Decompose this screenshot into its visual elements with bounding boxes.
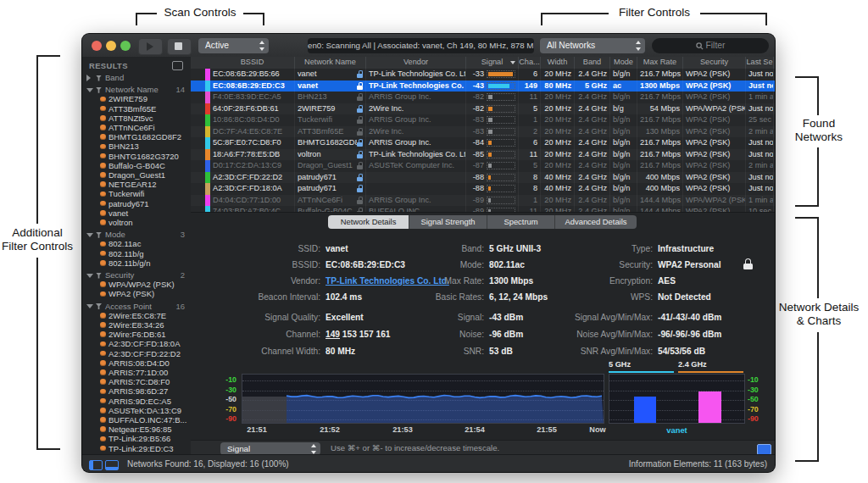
scan-stop-button[interactable] (167, 38, 192, 55)
sidebar-item[interactable]: TP-Link:29:B5:66 (82, 434, 191, 443)
table-row[interactable]: EC:08:6B:29:ED:C3vanetTP-Link Technologi… (191, 80, 775, 92)
sidebar-item[interactable]: NETGEAR12 (82, 180, 191, 189)
table-row[interactable]: EC:08:6B:29:B5:66vanetTP-Link Technologi… (191, 69, 775, 80)
filter-search-input[interactable]: Filter (652, 38, 769, 53)
column-header-4[interactable]: Cha... (519, 57, 541, 69)
sidebar-item[interactable]: patrudy671 (82, 199, 191, 208)
filter-funnel-icon (96, 303, 102, 309)
table-row[interactable]: F4:0E:83:9D:EC:A5BHN213ARRIS Group Inc.-… (191, 92, 775, 103)
sidebar-section-header[interactable]: Band (82, 73, 191, 82)
column-header-7[interactable]: Mode (610, 57, 637, 69)
network-name-cell: patrudy671 (295, 183, 366, 195)
sidebar-item[interactable]: A2:3D:CF:FD:18:0A (82, 339, 191, 348)
chart-metric-dropdown[interactable]: Signal (220, 442, 320, 455)
sidebar-item[interactable]: 802.11b/g (82, 249, 191, 258)
sidebar-item[interactable]: WPA/WPA2 (PSK) (82, 280, 191, 289)
table-row[interactable]: 10:86:8C:08:D4:D0TuckerwifiARRIS Group I… (191, 114, 775, 126)
column-header-label: Mode (614, 58, 633, 66)
sidebar-item[interactable]: Tuckerwifi (82, 189, 191, 198)
table-row[interactable]: 64:0F:28:F6:DB:612WIRE7592Wire Inc.-8252… (191, 103, 775, 115)
sidebar-item[interactable]: ATT3Bmf65E (82, 104, 191, 114)
sidebar-item[interactable]: vanet (82, 208, 191, 218)
sidebar-item[interactable]: 2Wire:E8:34:26 (82, 320, 191, 330)
table-row[interactable]: A2:3D:CF:FD:18:0Apatrudy671-88840 MHz2.4… (191, 183, 775, 195)
sidebar-item[interactable]: WPA2 (PSK) (82, 289, 191, 298)
scan-mode-dropdown[interactable]: Active (198, 38, 269, 53)
column-header-10[interactable]: Last Se (746, 57, 774, 69)
column-header-6[interactable]: Band (575, 57, 610, 69)
table-row[interactable]: A2:3D:CF:FD:22:D2patrudy671-88840 MHz2.4… (191, 172, 775, 184)
table-row[interactable]: D0:17:C2:DA:13:C9Dragon_Guest1ASUSTeK Co… (191, 160, 775, 172)
sidebar-item[interactable]: ARRIS:98:6D:27 (82, 386, 191, 396)
disclosure-triangle-icon[interactable] (86, 75, 91, 81)
last-seen-cell: 10 sec (746, 206, 774, 212)
tab-advanced-details[interactable]: Advanced Details (555, 215, 637, 229)
bssid-cell: 64:0F:28:F6:DB:61 (210, 103, 295, 115)
toggle-details-icon[interactable] (105, 460, 119, 470)
table-row[interactable]: D4:04:CD:77:1D:00ATTnNCe6FiARRIS Group I… (191, 195, 775, 207)
column-header-9[interactable]: Security (683, 57, 746, 69)
sidebar-item[interactable]: 2Wire:F6:DB:61 (82, 330, 191, 339)
sidebar-section-header[interactable]: Security2 (82, 270, 191, 280)
sidebar-item[interactable]: Dragon_Guest1 (82, 170, 191, 180)
sidebar-item[interactable]: BHNTG1682G3720 (82, 152, 191, 161)
width-cell: 20 MHz (541, 114, 575, 126)
detail-value: 102.4 ms (326, 289, 362, 305)
sidebar-item[interactable]: ARRIS:08:D4:D0 (82, 358, 191, 368)
sidebar-item[interactable]: 802.11b/g/n (82, 258, 191, 268)
table-row[interactable]: 18:A6:F7:78:E5:DBvoltronTP-Link Technolo… (191, 149, 775, 161)
table-row[interactable]: 5C:8F:E0:7C:D8:F0BHMTG1682GD8F2ARRIS Gro… (191, 137, 775, 149)
network-dot-icon (100, 379, 106, 385)
sidebar-item-label: BUFFALO.INC:47:B... (108, 415, 186, 425)
sidebar-item[interactable]: 2WIRE759 (82, 94, 191, 103)
x-tick-label: 21:53 (392, 425, 413, 434)
column-header-5[interactable]: Width (541, 57, 575, 69)
annotation-line: Networks (783, 130, 854, 144)
security-cell: WPA2 (PSK) (683, 137, 746, 149)
sidebar-item[interactable]: Buffalo-G-B04C (82, 161, 191, 170)
tab-network-details[interactable]: Network Details (328, 215, 409, 229)
sidebar-item[interactable]: Netgear:E5:96:85 (82, 425, 191, 434)
tab-spectrum[interactable]: Spectrum (487, 215, 555, 229)
disclosure-triangle-icon[interactable] (86, 88, 93, 92)
sidebar-item[interactable]: voltron (82, 218, 191, 227)
column-header-8[interactable]: Max Rate (637, 57, 683, 69)
sidebar-item[interactable]: BHN213 (82, 142, 191, 151)
column-header-2[interactable]: Vendor (366, 57, 466, 69)
table-row[interactable]: DC:7F:A4:E5:C8:7EATT3Bmf65E2Wire Inc.-83… (191, 126, 775, 138)
sidebar-item[interactable]: 2Wire:E5:C8:7E (82, 311, 191, 320)
zoom-button[interactable] (120, 41, 131, 51)
table-row[interactable]: 74:03:BD:A7:B0:4CBuffalo-G-B04CBUFFALO.I… (191, 206, 775, 212)
column-header-1[interactable]: Network Name (295, 57, 366, 69)
sidebar-item[interactable]: BHMTG1682GD8F2 (82, 132, 191, 142)
sidebar-item[interactable]: 802.11ac (82, 239, 191, 248)
sidebar-section-header[interactable]: Mode3 (82, 230, 191, 239)
vendor-cell: ARRIS Group Inc. (366, 114, 466, 126)
sidebar-item[interactable]: ATTnNCe6Fi (82, 123, 191, 132)
sidebar-section-header[interactable]: Network Name14 (82, 85, 191, 94)
sidebar-item[interactable]: ARRIS:7C:D8:F0 (82, 377, 191, 386)
lock-icon (357, 174, 363, 181)
toggle-sidebar-icon[interactable] (89, 460, 103, 470)
results-options-icon[interactable] (172, 61, 183, 70)
sidebar-item[interactable]: ATT8NZt5vc (82, 114, 191, 123)
sidebar-item[interactable]: A2:3D:CF:FD:22:D2 (82, 349, 191, 358)
network-filter-dropdown[interactable]: All Networks (540, 38, 645, 53)
sidebar-section-header[interactable]: Access Point16 (82, 302, 191, 311)
disclosure-triangle-icon[interactable] (86, 274, 93, 278)
sidebar-item[interactable]: TP-Link:29:ED:C3 (82, 444, 191, 453)
column-header-0[interactable]: BSSID (210, 57, 295, 69)
detail-value: AES (658, 273, 676, 289)
sidebar-item[interactable]: ARRIS:77:1D:00 (82, 368, 191, 377)
tab-signal-strength[interactable]: Signal Strength (409, 215, 487, 229)
column-header-3[interactable]: Signal (466, 57, 519, 69)
minimize-button[interactable] (106, 41, 116, 51)
close-button[interactable] (92, 41, 102, 51)
sidebar-item[interactable]: ARRIS:9D:EC:A5 (82, 397, 191, 406)
sidebar-item[interactable]: ASUSTeK:DA:13:C9 (82, 406, 191, 415)
sidebar-item[interactable]: BUFFALO.INC:47:B... (82, 415, 191, 425)
channel-cell: 6 (519, 69, 541, 80)
scan-start-button[interactable] (138, 38, 163, 55)
disclosure-triangle-icon[interactable] (86, 233, 93, 237)
disclosure-triangle-icon[interactable] (86, 304, 93, 308)
